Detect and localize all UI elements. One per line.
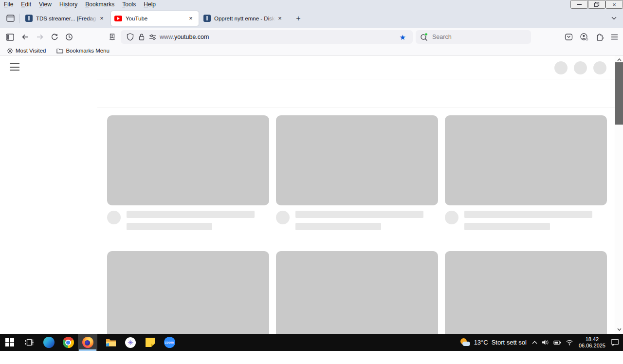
- search-input[interactable]: [431, 30, 526, 44]
- permissions-sliders-icon: [149, 34, 157, 40]
- puzzle-piece-icon: [596, 33, 604, 41]
- chrome-icon: [63, 337, 74, 348]
- tab-opprett-nytt-emne[interactable]: Opprett nytt emne - Diskusjon.n ×: [200, 11, 288, 26]
- skeleton-row: [107, 251, 607, 334]
- extensions-button[interactable]: [593, 30, 606, 44]
- forum-favicon-icon: [203, 15, 211, 22]
- taskbar-file-explorer-button[interactable]: [101, 334, 121, 351]
- folder-icon: [56, 48, 63, 54]
- sidebar-toggle-button[interactable]: [3, 30, 17, 44]
- bookmark-folder-bookmarks-menu[interactable]: Bookmarks Menu: [54, 47, 112, 55]
- url-bar[interactable]: www.youtube.com ★: [121, 30, 413, 44]
- sticky-notes-icon: [146, 338, 155, 347]
- tab-tds-streamer[interactable]: TDS streamer... [Fredag & Lørda ×: [22, 11, 110, 26]
- chevron-up-icon: [617, 58, 622, 61]
- subtitle-placeholder: [295, 223, 381, 230]
- weather-condition: Stort sett sol: [492, 339, 527, 346]
- menu-history[interactable]: History: [55, 0, 81, 9]
- taskbar-sticky-notes-button[interactable]: [140, 334, 160, 351]
- clock-icon: [65, 33, 73, 41]
- menu-bookmarks[interactable]: Bookmarks: [81, 0, 118, 9]
- chevron-down-icon: [617, 328, 622, 331]
- desktop-screen: FileEditViewHistoryBookmarksToolsHelp × …: [0, 0, 623, 364]
- new-tab-button[interactable]: +: [292, 12, 305, 25]
- close-icon: ×: [189, 15, 193, 22]
- search-engine-button[interactable]: [420, 33, 429, 41]
- page-content: [0, 55, 623, 334]
- taskbar-flower-app-button[interactable]: ✳: [121, 334, 140, 351]
- import-bookmarks-button[interactable]: [105, 30, 119, 44]
- scrollbar[interactable]: [615, 55, 623, 334]
- permissions-button[interactable]: [147, 30, 158, 44]
- weather-temperature: 13°C: [474, 339, 488, 346]
- guide-menu-button[interactable]: [10, 63, 19, 71]
- reload-button[interactable]: [48, 30, 61, 44]
- chevron-down-icon: [611, 17, 617, 20]
- tab-youtube-active[interactable]: YouTube ×: [111, 11, 199, 26]
- menu-tools[interactable]: Tools: [118, 0, 140, 9]
- system-tray: [532, 339, 573, 346]
- app-menu-button[interactable]: [607, 30, 621, 44]
- tray-overflow-button[interactable]: [532, 341, 537, 344]
- window-minimize-button[interactable]: [570, 0, 588, 9]
- scrollbar-thumb[interactable]: [615, 62, 623, 125]
- tray-volume-button[interactable]: [542, 339, 549, 346]
- menu-view[interactable]: View: [35, 0, 55, 9]
- video-skeleton-card: [445, 251, 607, 334]
- menu-file[interactable]: File: [0, 0, 17, 9]
- avatar-placeholder: [276, 211, 290, 224]
- bookmark-star-button[interactable]: ★: [397, 30, 409, 44]
- forward-button[interactable]: [33, 30, 47, 44]
- window-restore-button[interactable]: [588, 0, 605, 9]
- lock-icon: [138, 33, 145, 41]
- tab-separator: [19, 14, 20, 23]
- header-skeleton-circle: [574, 61, 587, 74]
- edge-icon: [43, 337, 55, 348]
- tab-close-button[interactable]: ×: [275, 14, 284, 23]
- weather-widget[interactable]: 13°C Stort sett sol: [460, 338, 527, 347]
- account-button[interactable]: [577, 30, 591, 44]
- battery-icon: [553, 340, 561, 346]
- start-button[interactable]: [0, 334, 19, 351]
- list-all-tabs-button[interactable]: [607, 12, 620, 25]
- scrollbar-down-button[interactable]: [615, 326, 623, 333]
- tab-strip: TDS streamer... [Fredag & Lørda × YouTub…: [0, 9, 623, 28]
- bookmark-folder-most-visited[interactable]: Most Visited: [4, 47, 49, 55]
- tab-title: Opprett nytt emne - Diskusjon.n: [214, 16, 275, 21]
- window-close-button[interactable]: ×: [605, 0, 623, 9]
- clock-date: 06.06.2025: [579, 343, 605, 349]
- thumbnail-placeholder: [276, 251, 438, 334]
- tab-close-button[interactable]: ×: [186, 14, 195, 23]
- taskbar-clock[interactable]: 18.42 06.06.2025: [579, 336, 605, 349]
- connection-secure-button[interactable]: [136, 30, 147, 44]
- taskbar-chrome-button[interactable]: [58, 334, 78, 351]
- search-bar[interactable]: [416, 30, 531, 44]
- firefox-view-button[interactable]: [3, 12, 18, 25]
- youtube-favicon-icon: [114, 16, 122, 21]
- tab-close-button[interactable]: ×: [97, 14, 106, 23]
- search-icon: [420, 33, 429, 41]
- tracking-protection-button[interactable]: [125, 30, 135, 44]
- notification-bubble-icon: [611, 339, 619, 346]
- chips-divider: [97, 108, 615, 108]
- video-skeleton-card: [107, 251, 269, 334]
- history-button[interactable]: [62, 30, 76, 44]
- pocket-button[interactable]: [562, 30, 575, 44]
- menu-help[interactable]: Help: [140, 0, 160, 9]
- menu-items: FileEditViewHistoryBookmarksToolsHelp: [0, 0, 160, 9]
- taskbar-edge-button[interactable]: [39, 334, 58, 351]
- menu-bar: FileEditViewHistoryBookmarksToolsHelp ×: [0, 0, 623, 9]
- back-button[interactable]: [18, 30, 32, 44]
- back-arrow-icon: [21, 34, 29, 40]
- thumbnail-placeholder: [276, 115, 438, 205]
- taskbar-zoom-button[interactable]: zoom: [160, 334, 179, 351]
- task-view-button[interactable]: [19, 334, 39, 351]
- tray-battery-button[interactable]: [553, 340, 561, 346]
- action-center-button[interactable]: [611, 339, 619, 346]
- video-skeleton-card: [445, 115, 607, 230]
- url-www: www.: [160, 34, 174, 40]
- header-divider: [97, 79, 615, 79]
- taskbar-firefox-button-active[interactable]: [78, 334, 97, 351]
- menu-edit[interactable]: Edit: [17, 0, 35, 9]
- tray-wifi-button[interactable]: [566, 339, 573, 346]
